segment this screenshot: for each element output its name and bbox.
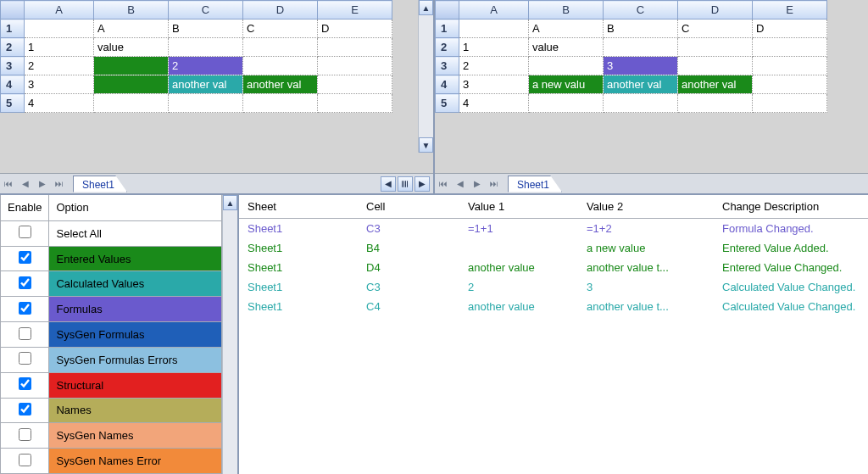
cell[interactable]	[753, 94, 827, 113]
option-row[interactable]: Select All	[1, 220, 222, 246]
prev-sheet-icon[interactable]: ◀	[18, 176, 33, 192]
col-header[interactable]: E	[753, 1, 827, 20]
cell[interactable]: D	[753, 20, 827, 38]
row-header[interactable]: 2	[1, 38, 25, 57]
option-label[interactable]: Structural	[49, 372, 222, 398]
row-header[interactable]: 1	[1, 20, 25, 38]
row-header[interactable]: 2	[436, 38, 459, 57]
cell[interactable]: 1	[25, 38, 94, 57]
cell[interactable]	[318, 94, 392, 113]
scroll-up-icon[interactable]: ▲	[419, 0, 433, 15]
next-sheet-icon[interactable]: ▶	[470, 176, 485, 192]
col-header[interactable]: B	[94, 1, 169, 20]
row-header[interactable]: 3	[436, 57, 459, 75]
row-header[interactable]: 4	[436, 75, 459, 94]
cell[interactable]: 2	[25, 57, 94, 75]
changes-table[interactable]: Sheet Cell Value 1 Value 2 Change Descri…	[239, 195, 868, 316]
option-checkbox[interactable]	[19, 302, 31, 315]
cell[interactable]	[25, 20, 94, 38]
cell[interactable]: D	[318, 20, 392, 38]
cell[interactable]	[753, 57, 827, 75]
hscroll-right-icon[interactable]: ▶	[415, 176, 430, 192]
cell[interactable]: 1	[459, 38, 529, 57]
cell[interactable]	[169, 38, 243, 57]
cell[interactable]: value	[529, 38, 604, 57]
change-row[interactable]: Sheet1B4a new valueEntered Value Added.	[239, 238, 868, 258]
change-row[interactable]: Sheet1C3=1+1=1+2Formula Changed.	[239, 219, 868, 239]
col-header[interactable]: D	[243, 1, 318, 20]
option-checkbox[interactable]	[19, 428, 31, 441]
option-checkbox[interactable]	[19, 251, 31, 264]
right-grid[interactable]: A B C D E 1 A B C D 2	[435, 0, 827, 113]
cell[interactable]: 2	[459, 57, 529, 75]
option-checkbox-cell[interactable]	[1, 271, 49, 297]
option-checkbox[interactable]	[19, 226, 31, 238]
scroll-down-icon[interactable]: ▼	[419, 137, 433, 153]
option-checkbox[interactable]	[19, 352, 31, 365]
row-header[interactable]: 1	[436, 20, 459, 38]
left-vscroll[interactable]: ▲ ▼	[418, 0, 433, 153]
option-checkbox-cell[interactable]	[1, 322, 49, 348]
cell[interactable]	[94, 57, 169, 75]
option-row[interactable]: Entered Values	[1, 246, 222, 271]
row-header[interactable]: 5	[436, 94, 459, 113]
cell[interactable]	[529, 57, 604, 75]
changes-header-v1[interactable]: Value 1	[459, 195, 578, 219]
cell[interactable]: another val	[243, 75, 318, 94]
col-header[interactable]: E	[318, 1, 392, 20]
scroll-up-icon[interactable]: ▲	[223, 195, 237, 210]
option-row[interactable]: SysGen Formulas Errors	[1, 347, 222, 372]
corner-cell[interactable]	[436, 1, 459, 20]
cell[interactable]: C	[678, 20, 753, 38]
col-header[interactable]: C	[169, 1, 243, 20]
cell[interactable]	[243, 38, 318, 57]
option-label[interactable]: Names	[49, 398, 222, 423]
option-row[interactable]: Calculated Values	[1, 271, 222, 297]
cell[interactable]: 4	[25, 94, 94, 113]
option-label[interactable]: SysGen Formulas Errors	[49, 347, 222, 372]
option-checkbox-cell[interactable]	[1, 297, 49, 322]
options-header-enable[interactable]: Enable	[1, 195, 49, 220]
option-checkbox-cell[interactable]	[1, 423, 49, 449]
option-row[interactable]: SysGen Names Error	[1, 449, 222, 474]
changes-header-desc[interactable]: Change Description	[714, 195, 868, 219]
cell[interactable]: 3	[459, 75, 529, 94]
hscroll-left-icon[interactable]: ◀	[381, 176, 396, 192]
option-row[interactable]: Names	[1, 398, 222, 423]
cell[interactable]	[604, 94, 678, 113]
option-row[interactable]: Structural	[1, 372, 222, 398]
cell[interactable]	[318, 38, 392, 57]
option-checkbox[interactable]	[19, 276, 31, 289]
option-checkbox[interactable]	[19, 454, 31, 466]
cell[interactable]	[753, 75, 827, 94]
col-header[interactable]: A	[25, 1, 94, 20]
cell[interactable]	[318, 75, 392, 94]
col-header[interactable]: A	[459, 1, 529, 20]
prev-sheet-icon[interactable]: ◀	[453, 176, 468, 192]
cell[interactable]	[94, 94, 169, 113]
option-checkbox-cell[interactable]	[1, 449, 49, 474]
cell[interactable]	[678, 38, 753, 57]
left-grid[interactable]: A B C D E 1 A B C D 2	[0, 0, 392, 113]
cell[interactable]: another val	[169, 75, 243, 94]
row-header[interactable]: 3	[1, 57, 25, 75]
cell[interactable]	[318, 57, 392, 75]
cell[interactable]	[604, 38, 678, 57]
option-checkbox-cell[interactable]	[1, 398, 49, 423]
cell[interactable]	[243, 94, 318, 113]
option-checkbox-cell[interactable]	[1, 246, 49, 271]
row-header[interactable]: 4	[1, 75, 25, 94]
option-checkbox[interactable]	[19, 327, 31, 340]
sheet-tab[interactable]: Sheet1	[73, 176, 127, 192]
option-label[interactable]: Entered Values	[49, 246, 222, 271]
option-checkbox[interactable]	[19, 403, 31, 415]
cell[interactable]: A	[529, 20, 604, 38]
changes-header-cell[interactable]: Cell	[358, 195, 459, 219]
cell[interactable]: a new valu	[529, 75, 604, 94]
cell[interactable]: 2	[169, 57, 243, 75]
cell[interactable]: another val	[678, 75, 753, 94]
cell[interactable]: 3	[604, 57, 678, 75]
cell[interactable]	[529, 94, 604, 113]
option-row[interactable]: SysGen Formulas	[1, 322, 222, 348]
cell[interactable]	[678, 94, 753, 113]
